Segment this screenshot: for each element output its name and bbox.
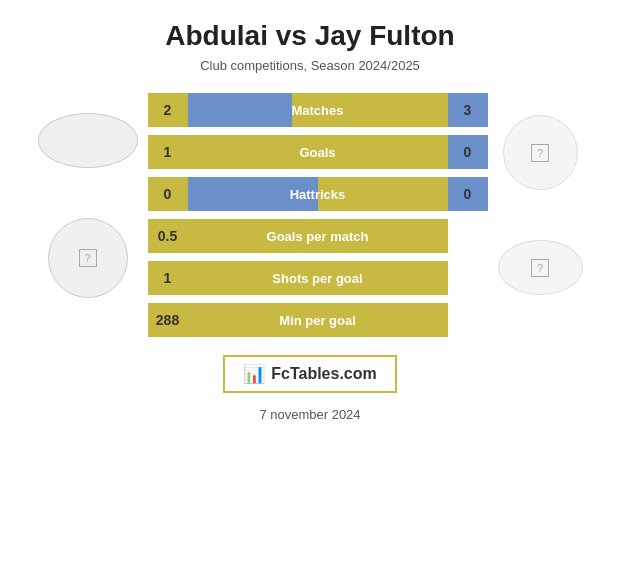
stat-right-value: 3 <box>448 93 488 127</box>
stat-left-value: 1 <box>148 135 188 169</box>
page-container: Abdulai vs Jay Fulton Club competitions,… <box>0 0 620 580</box>
stat-label: Min per goal <box>279 313 356 328</box>
left-avatar-bottom: ? <box>48 218 128 298</box>
right-avatar-bottom: ? <box>498 240 583 295</box>
left-avatars: ? <box>38 113 138 298</box>
stats-section: ? 2Matches31Goals00Hattricks00.5Goals pe… <box>0 93 620 337</box>
stat-bar: Goals per match <box>188 219 448 253</box>
stat-left-value: 288 <box>148 303 188 337</box>
stats-rows: 2Matches31Goals00Hattricks00.5Goals per … <box>148 93 488 337</box>
stat-label: Goals <box>299 145 335 160</box>
stat-right-spacer <box>448 219 488 253</box>
stat-right-spacer <box>448 261 488 295</box>
stat-row: 2Matches3 <box>148 93 488 127</box>
stat-label: Matches <box>291 103 343 118</box>
logo-icon: 📊 <box>243 363 265 385</box>
right-avatar-bottom-icon: ? <box>531 259 549 277</box>
stat-bar: Shots per goal <box>188 261 448 295</box>
stat-row: 1Shots per goal <box>148 261 488 295</box>
stat-left-value: 2 <box>148 93 188 127</box>
stat-bar: Min per goal <box>188 303 448 337</box>
stat-left-value: 0.5 <box>148 219 188 253</box>
stat-right-value: 0 <box>448 177 488 211</box>
stat-right-spacer <box>448 303 488 337</box>
stat-row: 288Min per goal <box>148 303 488 337</box>
logo-box: 📊 FcTables.com <box>223 355 397 393</box>
stat-bar-fill <box>188 93 292 127</box>
stat-row: 1Goals0 <box>148 135 488 169</box>
stat-left-value: 1 <box>148 261 188 295</box>
right-avatar-top-icon: ? <box>531 144 549 162</box>
stat-label: Hattricks <box>290 187 346 202</box>
right-avatars: ? ? <box>498 115 583 295</box>
logo-section: 📊 FcTables.com 7 november 2024 <box>223 355 397 422</box>
stat-label: Shots per goal <box>272 271 362 286</box>
stat-right-value: 0 <box>448 135 488 169</box>
left-avatar-icon: ? <box>79 249 97 267</box>
stat-label: Goals per match <box>267 229 369 244</box>
logo-text: FcTables.com <box>271 365 377 383</box>
page-subtitle: Club competitions, Season 2024/2025 <box>200 58 420 73</box>
stat-row: 0.5Goals per match <box>148 219 488 253</box>
stat-bar: Hattricks <box>188 177 448 211</box>
right-avatar-top: ? <box>503 115 578 190</box>
stat-left-value: 0 <box>148 177 188 211</box>
page-title: Abdulai vs Jay Fulton <box>165 20 454 52</box>
left-avatar-top <box>38 113 138 168</box>
stat-row: 0Hattricks0 <box>148 177 488 211</box>
stat-bar: Matches <box>188 93 448 127</box>
stat-bar: Goals <box>188 135 448 169</box>
date-text: 7 november 2024 <box>259 407 360 422</box>
